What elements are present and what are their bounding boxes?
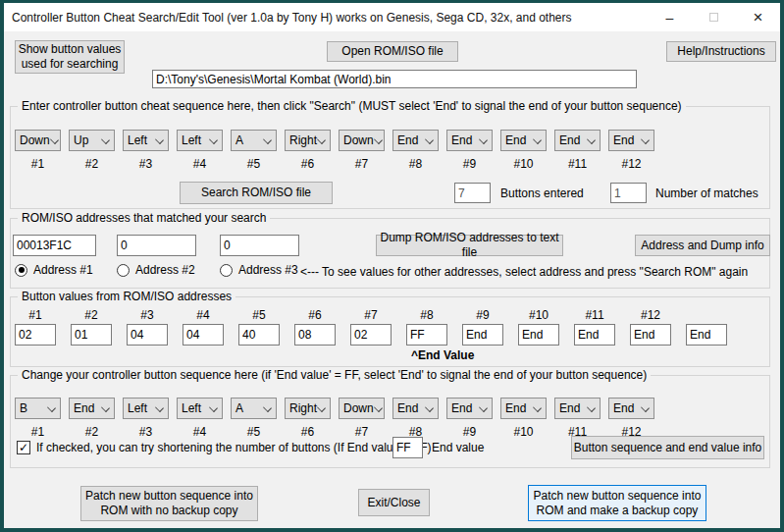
- button-value-field-13[interactable]: [686, 324, 727, 346]
- position-label: #4: [183, 308, 224, 322]
- address-2-field[interactable]: [117, 235, 196, 256]
- search-seq-combo-10[interactable]: End: [500, 130, 547, 151]
- matches-field[interactable]: [610, 183, 647, 203]
- search-seq-combo-11[interactable]: End: [554, 130, 601, 151]
- position-label: #1: [15, 157, 61, 171]
- change-seq-combo-1[interactable]: B: [15, 398, 61, 419]
- button-value-field-5[interactable]: [238, 324, 280, 346]
- help-button[interactable]: Help/Instructions: [666, 41, 776, 62]
- radio-address-2-label: Address #2: [135, 263, 195, 277]
- combo-value: Left: [182, 133, 201, 147]
- search-seq-combo-2[interactable]: Up: [69, 130, 115, 151]
- chevron-down-icon: [209, 136, 217, 144]
- search-rom-button[interactable]: Search ROM/ISO file: [180, 182, 333, 204]
- radio-address-3-label: Address #3: [238, 263, 298, 277]
- button-value-field-10[interactable]: [518, 324, 559, 346]
- combo-value: A: [235, 133, 243, 147]
- button-value-field-12[interactable]: [630, 324, 671, 346]
- buttons-entered-field[interactable]: [454, 183, 491, 203]
- search-seq-combo-8[interactable]: End: [392, 130, 439, 151]
- position-label: #9: [446, 157, 493, 171]
- search-seq-combo-4[interactable]: Left: [177, 130, 223, 151]
- position-label: #9: [462, 308, 503, 322]
- patch-no-backup-button[interactable]: Patch new button sequence into ROM with …: [80, 486, 258, 521]
- position-label: #6: [294, 308, 336, 322]
- address-3-field[interactable]: [220, 235, 299, 256]
- button-value-field-6[interactable]: [294, 324, 336, 346]
- chevron-down-icon: [155, 136, 163, 144]
- combo-value: End: [451, 133, 472, 147]
- search-seq-combo-7[interactable]: Down: [339, 130, 385, 151]
- open-rom-button[interactable]: Open ROM/ISO file: [327, 41, 458, 62]
- change-seq-combo-6[interactable]: Right: [285, 398, 331, 419]
- search-seq-combo-12[interactable]: End: [608, 130, 654, 151]
- position-label: #9: [446, 425, 493, 439]
- combo-value: End: [397, 401, 418, 415]
- matches-label: Number of matches: [655, 186, 758, 200]
- addresses-group: ROM/ISO addresses that matched your sear…: [10, 218, 770, 289]
- combo-value: Down: [20, 133, 50, 147]
- radio-address-3[interactable]: Address #3: [220, 263, 298, 277]
- button-values-group: Button values from ROM/ISO addresses #1#…: [10, 296, 770, 367]
- exit-close-button[interactable]: Exit/Close: [358, 489, 430, 516]
- position-label: #1: [15, 308, 56, 322]
- combo-value: End: [559, 401, 580, 415]
- radio-icon: [15, 264, 27, 277]
- search-seq-combo-9[interactable]: End: [446, 130, 493, 151]
- combo-value: Up: [74, 133, 88, 147]
- show-button-values-button[interactable]: Show button values used for searching: [15, 40, 125, 74]
- change-seq-combo-10[interactable]: End: [500, 398, 547, 419]
- position-label: #7: [339, 425, 385, 439]
- sequence-info-button[interactable]: Button sequence and end value info: [571, 436, 764, 459]
- change-label-row: #1#2#3#4#5#6#7#8#9#10#11#12: [15, 425, 654, 439]
- change-seq-combo-8[interactable]: End: [392, 398, 439, 419]
- dump-addresses-button[interactable]: Dump ROM/ISO addresses to text file: [376, 235, 563, 256]
- shorten-checkbox[interactable]: ✓: [17, 441, 30, 454]
- address-dump-info-button[interactable]: Address and Dump info: [635, 235, 770, 256]
- button-value-field-4[interactable]: [183, 324, 224, 346]
- radio-address-1[interactable]: Address #1: [15, 263, 93, 277]
- chevron-down-icon: [263, 404, 271, 412]
- button-value-field-11[interactable]: [574, 324, 615, 346]
- combo-value: Right: [289, 401, 317, 415]
- combo-value: Left: [182, 401, 201, 415]
- rom-path-input[interactable]: [152, 70, 637, 88]
- change-seq-combo-7[interactable]: Down: [339, 398, 385, 419]
- change-seq-combo-11[interactable]: End: [554, 398, 601, 419]
- search-seq-combo-3[interactable]: Left: [123, 130, 169, 151]
- end-value-field[interactable]: [392, 437, 423, 458]
- chevron-down-icon: [425, 136, 433, 144]
- position-label: #5: [231, 157, 277, 171]
- radio-icon: [220, 264, 233, 277]
- radio-address-2[interactable]: Address #2: [117, 263, 195, 277]
- button-value-field-3[interactable]: [127, 324, 168, 346]
- close-icon[interactable]: ×: [736, 3, 780, 31]
- chevron-down-icon: [587, 136, 595, 144]
- position-label: #4: [177, 157, 223, 171]
- combo-value: End: [397, 133, 418, 147]
- button-value-field-2[interactable]: [71, 324, 112, 346]
- button-value-field-9[interactable]: [462, 324, 503, 346]
- button-value-field-1[interactable]: [15, 324, 56, 346]
- addresses-group-title: ROM/ISO addresses that matched your sear…: [18, 211, 270, 225]
- button-value-field-8[interactable]: [406, 324, 447, 346]
- shorten-checkbox-item[interactable]: ✓ If checked, you can try shortening the…: [17, 441, 432, 454]
- search-seq-combo-6[interactable]: Right: [285, 130, 331, 151]
- change-seq-combo-2[interactable]: End: [69, 398, 115, 419]
- search-seq-combo-1[interactable]: Down: [15, 130, 61, 151]
- change-seq-combo-12[interactable]: End: [608, 398, 654, 419]
- change-seq-combo-4[interactable]: Left: [177, 398, 223, 419]
- chevron-down-icon: [155, 404, 163, 412]
- change-seq-combo-9[interactable]: End: [446, 398, 493, 419]
- address-1-field[interactable]: [13, 235, 96, 256]
- patch-with-backup-button[interactable]: Patch new button sequence into ROM and m…: [528, 485, 706, 521]
- change-seq-combo-5[interactable]: A: [231, 398, 277, 419]
- chevron-down-icon: [263, 136, 271, 144]
- address-hint-text: <--- To see values for other addresses, …: [300, 265, 748, 279]
- change-seq-combo-3[interactable]: Left: [123, 398, 169, 419]
- position-label: #6: [285, 425, 331, 439]
- minimize-icon[interactable]: –: [648, 3, 692, 31]
- search-seq-combo-5[interactable]: A: [231, 130, 277, 151]
- change-combo-row: BEndLeftLeftARightDownEndEndEndEndEnd: [15, 398, 654, 419]
- button-value-field-7[interactable]: [350, 324, 392, 346]
